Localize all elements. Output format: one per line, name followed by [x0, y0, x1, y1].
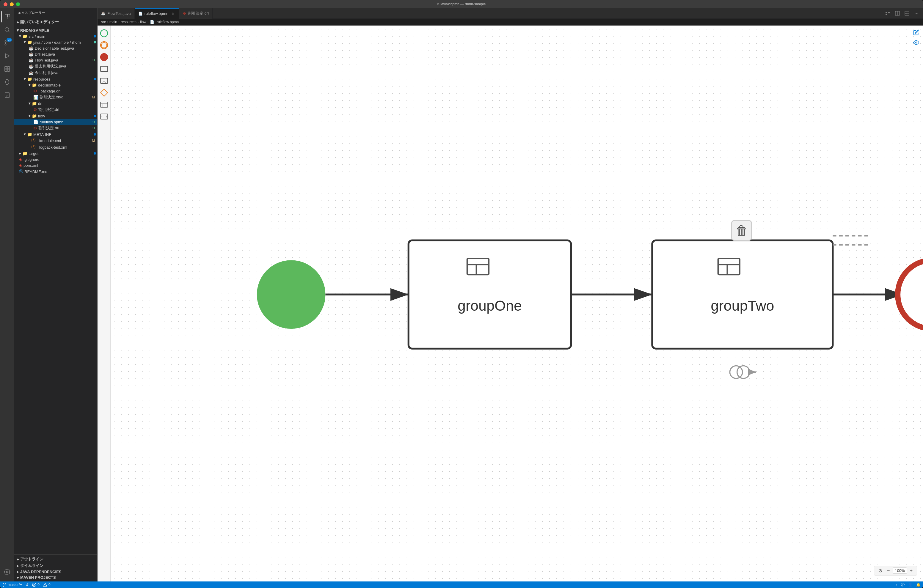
- activity-test[interactable]: [1, 76, 13, 88]
- errors-status[interactable]: 0 0: [32, 583, 50, 587]
- tool-intermediate-event[interactable]: [99, 40, 109, 51]
- close-button[interactable]: [3, 2, 7, 6]
- package-drl-icon: ⚙: [33, 89, 37, 94]
- tree-readme[interactable]: Ⓜ README.md: [14, 168, 97, 175]
- breadcrumb-main[interactable]: main: [109, 20, 117, 24]
- zoom-out-btn[interactable]: −: [885, 567, 892, 574]
- source-control-tab-btn[interactable]: [884, 9, 892, 18]
- resources-folder-icon: 📁: [27, 77, 32, 81]
- timeline-header[interactable]: ▶ タイムライン: [14, 562, 97, 569]
- info-status[interactable]: ⓘ: [901, 582, 905, 587]
- tool-end-event[interactable]: [99, 52, 109, 62]
- tool-gateway[interactable]: [99, 87, 109, 98]
- zoom-level-display[interactable]: 100%: [893, 567, 907, 574]
- tree-gitignore[interactable]: ◈ .gitignore: [14, 156, 97, 162]
- flow-dot: [94, 115, 96, 117]
- java-file-icon: ☕: [28, 46, 34, 51]
- rhdm-sample-chevron: ▶: [16, 30, 20, 32]
- tool-data-object[interactable]: [99, 99, 109, 110]
- tree-decision-table-test[interactable]: ☕ DecisionTableTest.java: [14, 45, 97, 51]
- drl-folder-icon: 📁: [32, 101, 37, 106]
- window-title: ruleflow.bpmn — rhdm-sample: [437, 2, 486, 6]
- tree-decisiontable[interactable]: ▶ 📁 decisiontable: [14, 82, 97, 88]
- tree-package-drl[interactable]: ⚙ _package.drl: [14, 88, 97, 94]
- tool-task[interactable]: [99, 64, 109, 74]
- split-panel-btn[interactable]: [903, 9, 911, 18]
- activity-run[interactable]: [1, 50, 13, 62]
- drl-test-java-icon: ☕: [28, 52, 34, 56]
- minimize-button[interactable]: [10, 2, 14, 6]
- outline-header[interactable]: ▶ アウトライン: [14, 556, 97, 562]
- upload-status[interactable]: ↑: [896, 583, 897, 587]
- breadcrumb-src[interactable]: src: [101, 20, 106, 24]
- activity-explorer[interactable]: [1, 11, 13, 23]
- tree-meta-inf[interactable]: ▶ 📁 META-INF: [14, 131, 97, 137]
- maven-header[interactable]: ▶ MAVEN PROJECTS: [14, 575, 97, 580]
- more-actions-btn[interactable]: ···: [912, 9, 921, 18]
- target-dot: [94, 152, 96, 154]
- activity-search[interactable]: [1, 24, 13, 36]
- tool-start-event[interactable]: [99, 28, 109, 39]
- tree-target[interactable]: ▶ 📁 target: [14, 150, 97, 156]
- tree-pom[interactable]: ◈ pom.xml: [14, 162, 97, 168]
- start-event-node[interactable]: [257, 260, 325, 329]
- tree-logback[interactable]: 〈/〉 logback-test.xml: [14, 144, 97, 150]
- activity-source-control[interactable]: 24: [1, 37, 13, 49]
- svg-point-24: [100, 54, 108, 61]
- open-editors-header[interactable]: ▶ 開いているエディター: [14, 19, 97, 25]
- svg-rect-29: [100, 102, 108, 107]
- sync-status[interactable]: ↺: [26, 583, 28, 587]
- tree-waribiking-drl2[interactable]: ⚙ 割引決定.drl U: [14, 125, 97, 131]
- tool-subprocess[interactable]: [99, 76, 109, 86]
- zoom-reset-btn[interactable]: ⊘: [877, 567, 884, 574]
- maximize-button[interactable]: [16, 2, 20, 6]
- group-two-node[interactable]: [652, 240, 833, 349]
- tool-custom[interactable]: [99, 111, 109, 122]
- activity-settings[interactable]: [1, 566, 13, 578]
- tree-kakoririyo[interactable]: ☕ 過去利用状況.java: [14, 63, 97, 69]
- sync-icon: ↺: [26, 583, 28, 587]
- src-main-label: src / main: [28, 34, 94, 39]
- tree-drl-test[interactable]: ☕ DrlTest.java: [14, 51, 97, 57]
- group-one-node[interactable]: [409, 240, 571, 349]
- zoom-in-btn[interactable]: +: [908, 567, 915, 574]
- notification-status[interactable]: 🔔: [916, 583, 921, 587]
- branch-status[interactable]: master*+: [2, 583, 22, 587]
- activity-extensions[interactable]: [1, 63, 13, 75]
- tree-java-com[interactable]: ▶ 📁 java / com / example / rhdm: [14, 39, 97, 45]
- breadcrumb-flow[interactable]: flow: [140, 20, 146, 24]
- tree-flow-test[interactable]: ☕ FlowTest.java U: [14, 57, 97, 63]
- tab-ruleflow[interactable]: 📄 ruleflow.bpmn ✕: [135, 8, 179, 19]
- tree-flow[interactable]: ▶ 📁 flow: [14, 113, 97, 119]
- tree-src-main[interactable]: ▶ 📁 src / main: [14, 33, 97, 39]
- bpmn-canvas[interactable]: groupOne groupTwo: [111, 26, 923, 581]
- eye-tool-btn[interactable]: [912, 38, 921, 47]
- split-editor-btn[interactable]: [893, 9, 902, 18]
- window-controls: [3, 2, 20, 6]
- tab-flowtest[interactable]: ☕ FlowTest.java: [97, 8, 135, 19]
- tree-kmodule[interactable]: 〈/〉 kmodule.xml M: [14, 137, 97, 144]
- breadcrumb-ruleflow[interactable]: ruleflow.bpmn: [157, 20, 179, 24]
- svg-rect-1: [8, 14, 10, 17]
- group-two-delete-btn[interactable]: 🗑: [731, 220, 751, 240]
- tree-drl[interactable]: ▶ 📁 drl: [14, 100, 97, 107]
- java-deps-header[interactable]: ▶ JAVA DEPENDENCIES: [14, 569, 97, 575]
- xlsx-icon: 📊: [33, 95, 38, 100]
- tree-ruleflow-bpmn[interactable]: 📄 ruleflow.bpmn U: [14, 119, 97, 125]
- end-event-node[interactable]: [898, 260, 923, 329]
- edit-tool-btn[interactable]: [912, 28, 921, 37]
- flow-folder-label: flow: [38, 114, 94, 118]
- pom-label: pom.xml: [23, 163, 97, 168]
- src-main-dot: [94, 35, 96, 38]
- tree-konkairiyo[interactable]: ☕ 今回利用.java: [14, 69, 97, 76]
- tree-resources[interactable]: ▶ 📁 resources: [14, 76, 97, 82]
- activity-notes[interactable]: [1, 89, 13, 101]
- group-two-properties[interactable]: [730, 366, 756, 378]
- tree-waribiking-xlsx[interactable]: 📊 割引決定.xlsx M: [14, 94, 97, 100]
- tab-waribiking[interactable]: ⚙ 割引決定.drl: [179, 8, 213, 19]
- rhdm-sample-header[interactable]: ▶ RHDM-SAMPLE: [14, 28, 97, 33]
- ruleflow-tab-close[interactable]: ✕: [171, 11, 176, 16]
- tree-waribiking-drl[interactable]: ⚙ 割引決定.drl: [14, 107, 97, 113]
- user-status[interactable]: 👤: [908, 583, 913, 587]
- breadcrumb-resources[interactable]: resources: [121, 20, 136, 24]
